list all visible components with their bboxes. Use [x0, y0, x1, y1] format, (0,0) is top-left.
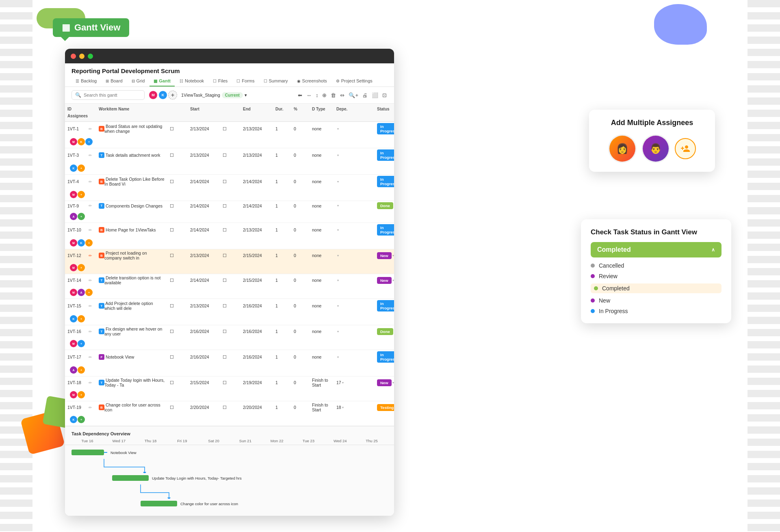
toolbar-icon-9[interactable]: ⬜ — [371, 91, 379, 99]
toolbar-icon-5[interactable]: 🗑 — [330, 91, 337, 99]
row-status[interactable]: Done▾ — [375, 201, 394, 210]
row-check2[interactable]: ☐ — [220, 122, 240, 136]
window-titlebar — [65, 49, 394, 63]
row-id: 1VT-12 — [65, 249, 86, 262]
tab-gantt[interactable]: ▦ Gantt — [150, 76, 175, 87]
row-status[interactable]: New▾ — [375, 249, 394, 262]
row-check[interactable]: ☐ — [167, 148, 188, 162]
row-check2[interactable]: ☐ — [220, 299, 240, 313]
row-check2[interactable]: ☐ — [220, 201, 240, 210]
row-check2[interactable]: ☐ — [220, 175, 240, 188]
row-check2[interactable]: ☐ — [220, 148, 240, 162]
row-check[interactable]: ☐ — [167, 376, 188, 389]
row-check2[interactable]: ☐ — [220, 325, 240, 337]
row-check2[interactable]: ☐ — [220, 401, 240, 413]
row-edit[interactable]: ✏ — [86, 401, 96, 413]
row-check[interactable]: ☐ — [167, 175, 188, 188]
avatar-add[interactable]: + — [168, 91, 177, 99]
row-check[interactable]: ☐ — [167, 274, 188, 286]
row-pct: 0 — [291, 274, 310, 286]
row-check2[interactable]: ☐ — [220, 274, 240, 286]
row-status[interactable]: In Progress▾ — [375, 148, 394, 162]
row-dur: 1 — [273, 249, 291, 262]
gantt-bar-2 — [112, 475, 149, 481]
status-completed-badge[interactable]: Completed ∧ — [591, 242, 722, 257]
row-check[interactable]: ☐ — [167, 249, 188, 262]
row-status[interactable]: In Progress — [375, 299, 394, 313]
gantt-bar-row-2: Update Today Login with Hours, Today- Ta… — [112, 473, 388, 483]
tab-summary[interactable]: ☐ Summary — [260, 76, 292, 87]
row-assignees: A+ — [65, 210, 86, 223]
toolbar-icon-6[interactable]: ⇔ — [339, 91, 345, 99]
table-row: 1VT-16 ✏ T Fix design where we hover on … — [65, 325, 394, 350]
toolbar-icon-10[interactable]: ⊡ — [381, 91, 388, 99]
row-check[interactable]: ☐ — [167, 201, 188, 210]
row-status[interactable]: In Progress▾ — [375, 122, 394, 136]
row-check2[interactable]: ☐ — [220, 350, 240, 364]
view-dropdown-icon[interactable]: ▾ — [245, 93, 247, 98]
row-edit[interactable]: ✏ — [86, 175, 96, 188]
toolbar-icon-7[interactable]: 🔍+ — [348, 91, 359, 99]
table-row: 1VT-14 ✏ T Delete transition option is n… — [65, 274, 394, 299]
gantt-bar-1 — [72, 450, 104, 455]
tab-board[interactable]: ⊞ Board — [102, 76, 126, 87]
toolbar-icon-1[interactable]: ⬅ — [297, 91, 303, 99]
row-edit[interactable]: ✏ — [86, 148, 96, 162]
toolbar-icon-4[interactable]: ⊕ — [321, 91, 327, 99]
toolbar-icon-8[interactable]: 🖨 — [362, 91, 368, 99]
tab-notebook[interactable]: ☷ Notebook — [176, 76, 208, 87]
tab-files[interactable]: ☐ Files — [209, 76, 232, 87]
row-edit[interactable]: ✏ — [86, 122, 96, 136]
row-status[interactable]: In Progress▾ — [375, 350, 394, 364]
row-edit[interactable]: ✏ — [86, 350, 96, 364]
tab-backlog[interactable]: ☰ Backlog — [72, 76, 101, 87]
row-status[interactable]: New▾ — [375, 376, 394, 389]
row-pct: 0 — [291, 325, 310, 337]
add-assignee-button[interactable] — [675, 138, 696, 159]
row-edit[interactable]: ✏ — [86, 274, 96, 286]
row-check[interactable]: ☐ — [167, 325, 188, 337]
traffic-light-green[interactable] — [88, 54, 93, 59]
row-check2[interactable]: ☐ — [220, 249, 240, 262]
row-edit[interactable]: ✏ — [86, 249, 96, 262]
row-dur: 1 — [273, 376, 291, 389]
gantt-date-thu18: Thu 18 — [135, 439, 167, 443]
row-check2[interactable]: ☐ — [220, 223, 240, 237]
row-status[interactable]: In Progress▾ — [375, 175, 394, 188]
table-row: 1VT-1 ✏ B Board Status are not updating … — [65, 122, 394, 148]
tab-forms[interactable]: ☐ Forms — [232, 76, 258, 87]
row-edit[interactable]: ✏ — [86, 325, 96, 337]
row-check[interactable]: ☐ — [167, 350, 188, 364]
row-name: F Notebook View — [96, 350, 167, 364]
tab-grid[interactable]: ⊟ Grid — [128, 76, 149, 87]
row-edit[interactable]: ✏ — [86, 201, 96, 210]
toolbar-icon-2[interactable]: ↔ — [306, 91, 312, 99]
summary-icon: ☐ — [264, 79, 267, 83]
gantt-date-sun21: Sun 21 — [230, 439, 261, 443]
row-check[interactable]: ☐ — [167, 122, 188, 136]
traffic-light-yellow[interactable] — [79, 54, 84, 59]
row-edit[interactable]: ✏ — [86, 223, 96, 237]
row-status[interactable]: In Progress▾ — [375, 223, 394, 237]
row-check2[interactable]: ☐ — [220, 376, 240, 389]
row-check[interactable]: ☐ — [167, 299, 188, 313]
row-edit[interactable]: ✏ — [86, 376, 96, 389]
row-status[interactable]: New▾ — [375, 274, 394, 286]
row-end: 2/16/2024 — [240, 350, 273, 364]
row-status[interactable]: Done▾ — [375, 325, 394, 337]
gantt-view-label: ▦ Gantt View — [53, 18, 129, 37]
row-check[interactable]: ☐ — [167, 401, 188, 413]
row-depe: ▾ — [334, 350, 375, 364]
row-status[interactable]: Testing▾ — [375, 401, 394, 413]
tab-screenshots[interactable]: ◉ Screenshots — [293, 76, 331, 87]
toolbar-icon-3[interactable]: ↕ — [315, 91, 319, 99]
traffic-light-red[interactable] — [71, 54, 76, 59]
gantt-date-mon22: Mon 22 — [261, 439, 293, 443]
row-edit[interactable]: ✏ — [86, 299, 96, 313]
tab-project-settings[interactable]: ⚙ Project Settings — [332, 76, 377, 87]
search-input[interactable] — [84, 93, 141, 97]
window-content: Reporting Portal Development Scrum ☰ Bac… — [65, 63, 394, 516]
row-check[interactable]: ☐ — [167, 223, 188, 237]
table-row: 1VT-12 ✏ B Project not loading on compan… — [65, 249, 394, 274]
search-box[interactable]: 🔍 — [72, 90, 145, 100]
